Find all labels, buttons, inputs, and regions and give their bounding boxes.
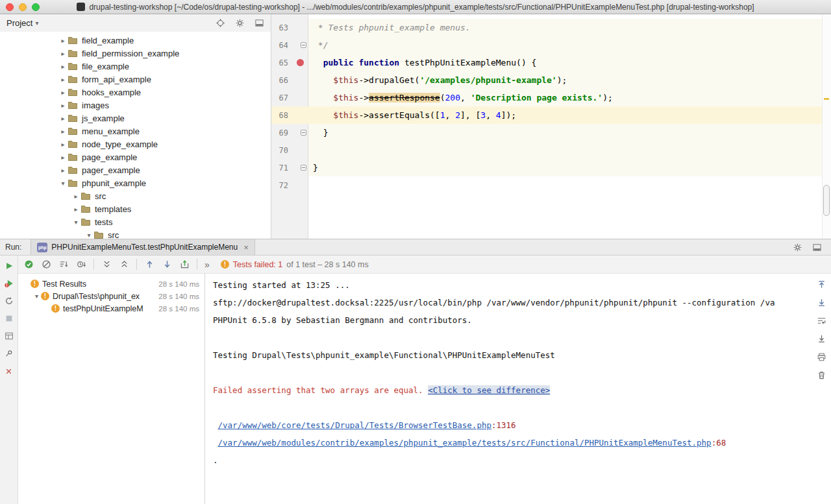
code-line[interactable] bbox=[308, 176, 831, 194]
editor-line[interactable]: 69 } bbox=[271, 124, 831, 141]
test-failed-gutter-icon[interactable] bbox=[297, 59, 304, 66]
down-stack-trace-icon[interactable] bbox=[816, 297, 826, 307]
hide-panel-icon[interactable] bbox=[812, 242, 822, 252]
test-tree-item[interactable]: ▾!Drupal\Tests\phpunit_ex28 s 140 ms bbox=[18, 290, 205, 302]
editor[interactable]: 63 * Tests phpunit_example menus.64 */65… bbox=[271, 14, 831, 239]
chevron-right-icon[interactable]: ▸ bbox=[58, 115, 68, 122]
test-tree-item[interactable]: !testPhpUnitExampleM28 s 140 ms bbox=[18, 302, 205, 315]
chevron-right-icon[interactable]: ▸ bbox=[71, 206, 81, 213]
project-tree-item[interactable]: ▾phpunit_example bbox=[0, 176, 271, 189]
show-passed-icon[interactable] bbox=[23, 259, 34, 270]
console-file-link[interactable]: /var/www/web/modules/contrib/examples/ph… bbox=[218, 438, 712, 448]
show-ignored-icon[interactable] bbox=[41, 259, 51, 270]
rerun-failed-tests-icon[interactable] bbox=[4, 278, 14, 289]
project-tree-item[interactable]: ▸src bbox=[0, 189, 271, 202]
editor-line[interactable]: 71} bbox=[271, 159, 831, 176]
project-tree-item[interactable]: ▸form_api_example bbox=[0, 73, 271, 86]
sort-by-duration-icon[interactable] bbox=[76, 259, 86, 270]
code-line[interactable] bbox=[308, 141, 831, 159]
chevron-right-icon[interactable]: ▸ bbox=[58, 167, 68, 174]
settings-gear-icon[interactable] bbox=[234, 18, 245, 29]
editor-line[interactable]: 70 bbox=[271, 141, 831, 159]
toggle-auto-test-icon[interactable] bbox=[4, 296, 14, 306]
editor-line[interactable]: 67 $this->assertResponse(200, 'Descripti… bbox=[271, 89, 831, 106]
editor-line[interactable]: 64 */ bbox=[271, 36, 831, 54]
fold-marker-icon[interactable] bbox=[301, 42, 306, 48]
zoom-window-button[interactable] bbox=[32, 3, 40, 11]
select-opened-file-icon[interactable] bbox=[215, 18, 225, 29]
chevron-right-icon[interactable]: ▸ bbox=[58, 63, 68, 70]
project-tree-item[interactable]: ▸field_permission_example bbox=[0, 47, 271, 60]
project-tree-item[interactable]: ▸templates bbox=[0, 202, 271, 215]
code-line[interactable]: * Tests phpunit_example menus. bbox=[308, 19, 831, 36]
code-line[interactable]: } bbox=[308, 124, 831, 141]
project-panel-title[interactable]: Project bbox=[6, 18, 32, 28]
close-tab-icon[interactable]: × bbox=[243, 243, 249, 252]
test-tree-item[interactable]: !Test Results28 s 140 ms bbox=[18, 278, 205, 290]
expand-all-icon[interactable] bbox=[101, 259, 112, 270]
project-tree-item[interactable]: ▸pager_example bbox=[0, 163, 271, 176]
chevron-right-icon[interactable]: ▸ bbox=[58, 50, 68, 57]
warning-stripe-mark[interactable] bbox=[824, 98, 829, 100]
previous-failed-test-icon[interactable] bbox=[144, 259, 155, 270]
chevron-down-icon[interactable]: ▾ bbox=[58, 180, 68, 187]
see-difference-link[interactable]: <Click to see difference> bbox=[428, 385, 550, 395]
print-icon[interactable] bbox=[816, 352, 826, 362]
editor-line[interactable]: 66 $this->drupalGet('/examples/phpunit-e… bbox=[271, 71, 831, 89]
chevron-right-icon[interactable]: ▸ bbox=[58, 102, 68, 109]
project-tree-item[interactable]: ▾src bbox=[0, 228, 271, 239]
chevron-right-icon[interactable]: ▸ bbox=[58, 154, 68, 161]
pin-tab-icon[interactable] bbox=[4, 348, 14, 359]
console-output[interactable]: Testing started at 13:25 ...sftp://docke… bbox=[205, 274, 812, 504]
editor-line[interactable]: 72 bbox=[271, 176, 831, 194]
code-line[interactable]: $this->drupalGet('/examples/phpunit-exam… bbox=[308, 71, 831, 89]
code-line[interactable]: */ bbox=[308, 36, 831, 54]
project-tree-item[interactable]: ▸images bbox=[0, 99, 271, 112]
chevron-right-icon[interactable]: ▸ bbox=[58, 128, 68, 135]
hide-panel-icon[interactable] bbox=[254, 18, 264, 29]
editor-line[interactable]: 68 $this->assertEquals([1, 2], [3, 4]); bbox=[271, 106, 831, 124]
code-line[interactable]: } bbox=[308, 159, 831, 176]
close-window-button[interactable] bbox=[6, 3, 14, 11]
restore-layout-icon[interactable] bbox=[4, 331, 14, 341]
project-tree-item[interactable]: ▸js_example bbox=[0, 112, 271, 125]
code-line[interactable]: $this->assertResponse(200, 'Description … bbox=[308, 89, 831, 106]
more-icon[interactable]: » bbox=[205, 259, 210, 270]
fold-marker-icon[interactable] bbox=[301, 165, 306, 171]
chevron-right-icon[interactable]: ▸ bbox=[58, 37, 68, 44]
up-stack-trace-icon[interactable] bbox=[816, 279, 826, 289]
console-file-link[interactable]: /var/www/web/core/tests/Drupal/Tests/Bro… bbox=[218, 420, 491, 430]
project-tree-item[interactable]: ▾tests bbox=[0, 215, 271, 228]
project-tree-item[interactable]: ▸field_example bbox=[0, 34, 271, 47]
chevron-down-icon[interactable]: ▾ bbox=[84, 232, 93, 239]
chevron-right-icon[interactable]: ▸ bbox=[71, 193, 81, 200]
stop-icon[interactable] bbox=[4, 313, 14, 324]
settings-gear-icon[interactable] bbox=[792, 242, 802, 252]
editor-lines[interactable]: 63 * Tests phpunit_example menus.64 */65… bbox=[271, 14, 831, 239]
chevron-down-icon[interactable]: ▾ bbox=[35, 19, 38, 27]
close-icon[interactable] bbox=[4, 366, 14, 376]
editor-line[interactable]: 65 public function testPhpUnitExampleMen… bbox=[271, 54, 831, 71]
collapse-all-icon[interactable] bbox=[119, 259, 129, 270]
soft-wraps-icon[interactable] bbox=[816, 315, 826, 326]
minimize-window-button[interactable] bbox=[19, 3, 27, 11]
chevron-down-icon[interactable]: ▾ bbox=[71, 219, 81, 226]
project-tree-item[interactable]: ▸node_type_example bbox=[0, 138, 271, 150]
chevron-right-icon[interactable]: ▸ bbox=[58, 76, 68, 83]
fold-marker-icon[interactable] bbox=[301, 130, 306, 136]
scrollbar-thumb[interactable] bbox=[823, 185, 830, 216]
test-history-icon[interactable] bbox=[179, 259, 190, 270]
project-tree-item[interactable]: ▸page_example bbox=[0, 150, 271, 163]
rerun-icon[interactable] bbox=[4, 261, 14, 271]
chevron-right-icon[interactable]: ▸ bbox=[58, 141, 68, 148]
project-tree-item[interactable]: ▸menu_example bbox=[0, 125, 271, 138]
code-line[interactable]: public function testPhpUnitExampleMenu()… bbox=[308, 54, 831, 71]
editor-scrollbar[interactable] bbox=[822, 14, 831, 239]
clear-all-icon[interactable] bbox=[816, 370, 826, 380]
next-failed-test-icon[interactable] bbox=[162, 259, 172, 270]
chevron-down-icon[interactable]: ▾ bbox=[32, 293, 41, 300]
run-tab[interactable]: php PHPUnitExampleMenuTest.testPhpUnitEx… bbox=[31, 239, 254, 255]
editor-line[interactable]: 63 * Tests phpunit_example menus. bbox=[271, 19, 831, 36]
sort-alphabetically-icon[interactable] bbox=[58, 259, 69, 270]
scroll-to-end-icon[interactable] bbox=[816, 333, 826, 344]
